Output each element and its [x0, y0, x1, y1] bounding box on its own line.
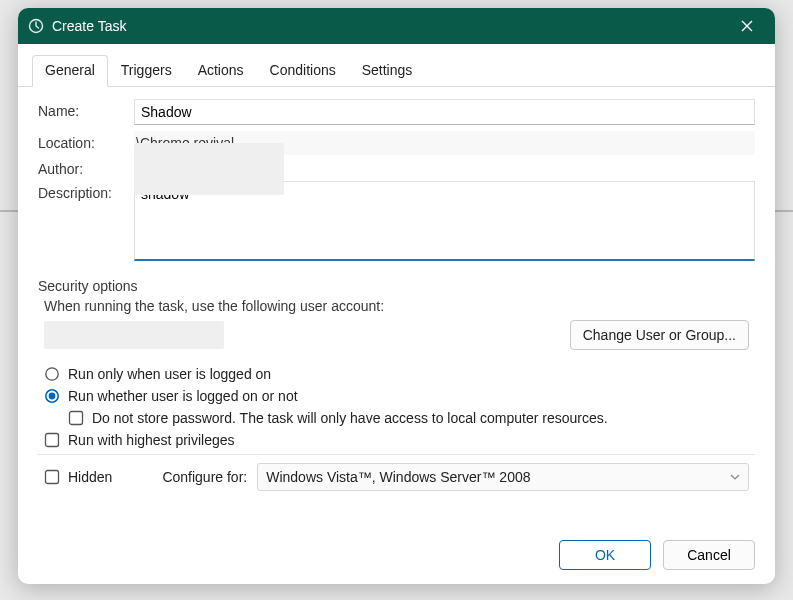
checkbox-hidden-label: Hidden [68, 469, 112, 485]
configure-for-label: Configure for: [162, 469, 247, 485]
checkbox-highest-priv-label: Run with highest privileges [68, 432, 235, 448]
checkbox-highest-priv[interactable]: Run with highest privileges [44, 432, 749, 448]
tab-settings[interactable]: Settings [349, 55, 426, 87]
tab-conditions[interactable]: Conditions [257, 55, 349, 87]
svg-rect-5 [46, 434, 59, 447]
general-panel: Name: Location: \Chrome revival Author: … [18, 87, 775, 528]
radio-run-logged-on-label: Run only when user is logged on [68, 366, 271, 382]
name-label: Name: [38, 99, 134, 119]
author-label: Author: [38, 157, 134, 177]
svg-rect-4 [70, 412, 83, 425]
location-label: Location: [38, 131, 134, 151]
svg-point-3 [49, 393, 56, 400]
radio-run-whether[interactable]: Run whether user is logged on or not [44, 388, 749, 404]
dialog-footer: OK Cancel [18, 528, 775, 584]
checkbox-do-not-store[interactable]: Do not store password. The task will onl… [68, 410, 749, 426]
tab-triggers[interactable]: Triggers [108, 55, 185, 87]
when-running-label: When running the task, use the following… [44, 298, 755, 314]
tab-strip: General Triggers Actions Conditions Sett… [18, 44, 775, 87]
create-task-window: Create Task General Triggers Actions Con… [18, 8, 775, 584]
svg-point-1 [46, 368, 58, 380]
window-title: Create Task [52, 18, 727, 34]
user-account-value-redacted [44, 321, 224, 349]
author-value-redacted [134, 143, 284, 195]
checkbox-icon [44, 469, 60, 485]
svg-rect-6 [46, 471, 59, 484]
cancel-button[interactable]: Cancel [663, 540, 755, 570]
security-options-heading: Security options [38, 278, 755, 294]
configure-for-value: Windows Vista™, Windows Server™ 2008 [266, 469, 530, 485]
checkbox-icon [44, 432, 60, 448]
clock-icon [28, 18, 44, 34]
chevron-down-icon [730, 469, 740, 485]
close-icon [741, 20, 753, 32]
ok-button[interactable]: OK [559, 540, 651, 570]
checkbox-do-not-store-label: Do not store password. The task will onl… [92, 410, 608, 426]
change-user-button[interactable]: Change User or Group... [570, 320, 749, 350]
checkbox-hidden[interactable]: Hidden [44, 469, 112, 485]
name-input[interactable] [134, 99, 755, 125]
radio-selected-icon [44, 388, 60, 404]
titlebar: Create Task [18, 8, 775, 44]
radio-icon [44, 366, 60, 382]
configure-for-dropdown[interactable]: Windows Vista™, Windows Server™ 2008 [257, 463, 749, 491]
close-button[interactable] [727, 12, 767, 40]
description-label: Description: [38, 181, 134, 201]
radio-run-whether-label: Run whether user is logged on or not [68, 388, 298, 404]
checkbox-icon [68, 410, 84, 426]
tab-actions[interactable]: Actions [185, 55, 257, 87]
radio-run-logged-on[interactable]: Run only when user is logged on [44, 366, 749, 382]
tab-general[interactable]: General [32, 55, 108, 87]
